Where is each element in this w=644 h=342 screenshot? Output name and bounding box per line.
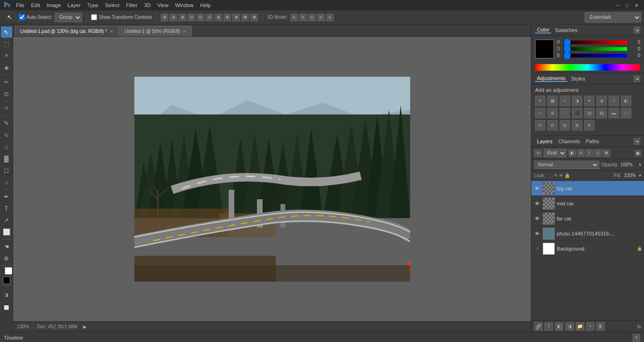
menu-view[interactable]: View — [155, 1, 172, 9]
restore-button[interactable]: □ — [623, 1, 631, 9]
levels-adj-icon[interactable]: ▦ — [547, 96, 558, 106]
clone-stamp-tool[interactable]: ∿ — [1, 129, 12, 140]
layer-item-big-car[interactable]: 👁 big car — [531, 181, 644, 196]
shape-tool[interactable]: ⬜ — [1, 226, 12, 237]
filter-smart-icon[interactable]: ⊠ — [603, 149, 610, 157]
align-right-icon[interactable]: ⊞ — [179, 14, 186, 21]
adj-panel-collapse[interactable]: ◂ — [634, 75, 640, 82]
layer-visibility-photo[interactable]: 👁 — [533, 230, 541, 237]
ruler-tool[interactable]: ⌗ — [1, 103, 12, 114]
magic-wand-tool[interactable]: ◈ — [1, 62, 12, 73]
dist-x-icon[interactable]: ⊠ — [232, 14, 240, 21]
add-adjustment-button[interactable]: ◑ — [565, 322, 574, 331]
tab-active-document[interactable]: Untitled-1.psd @ 130% (big car, RGB/8) *… — [15, 26, 119, 36]
vibrance-adj-icon[interactable]: ✦ — [584, 96, 594, 106]
color-tab[interactable]: Color — [535, 27, 551, 33]
foreground-color-swatch[interactable] — [3, 277, 10, 284]
brush-tool[interactable]: ✎ — [1, 117, 12, 129]
history-brush-tool[interactable]: ⌂ — [1, 141, 12, 152]
tab-secondary-document[interactable]: Untitled-1 @ 50% (RGB/8) ✕ — [119, 26, 192, 36]
lock-pixels-icon[interactable]: ✎ — [554, 173, 558, 178]
brightness-adj-icon[interactable]: ☀ — [535, 96, 545, 106]
3d-icon-3[interactable]: ⊙ — [308, 14, 316, 21]
menu-filter[interactable]: Filter — [123, 1, 140, 9]
align-bottom-icon[interactable]: ⊡ — [206, 14, 213, 21]
layer-item-mid-car[interactable]: 👁 mid car — [531, 196, 644, 211]
threshold-adj-icon[interactable]: ▧ — [596, 108, 607, 118]
adj-icon-extra-1[interactable]: ⊡ — [535, 120, 545, 130]
quick-mask-tool[interactable]: ◨ — [1, 289, 12, 301]
crop-tool[interactable]: ✂ — [1, 76, 12, 88]
3d-icon-2[interactable]: ⊙ — [299, 14, 307, 21]
3d-icon-4[interactable]: ⊙ — [317, 14, 325, 21]
align-top-icon[interactable]: ⊡ — [188, 14, 195, 21]
lasso-tool[interactable]: ⌖ — [1, 50, 12, 61]
dodge-tool[interactable]: ⌕ — [1, 176, 12, 187]
blue-slider[interactable] — [563, 54, 627, 57]
channels-tab[interactable]: Channels — [556, 138, 582, 144]
filter-toggle[interactable]: ◉ — [635, 150, 641, 156]
dist-y-icon[interactable]: ⊠ — [241, 14, 249, 21]
dist-z-icon[interactable]: ⊠ — [250, 14, 258, 21]
red-slider[interactable] — [563, 41, 627, 44]
adj-icon-extra-5[interactable]: ⊗ — [584, 120, 594, 130]
layer-visibility-mid-car[interactable]: 👁 — [533, 200, 541, 207]
add-group-button[interactable]: 📁 — [576, 322, 584, 331]
paths-tab[interactable]: Paths — [584, 138, 601, 144]
photo-filter-adj-icon[interactable]: ⬭ — [535, 108, 545, 118]
auto-select-dropdown[interactable]: Group — [55, 13, 82, 22]
layer-item-background[interactable]: 👁 Background 🔒 — [531, 241, 644, 256]
show-transform-checkbox[interactable] — [91, 14, 97, 20]
filter-shape-icon[interactable]: ◻ — [594, 149, 602, 157]
color-preview-swatch[interactable] — [535, 40, 554, 58]
channel-mix-adj-icon[interactable]: ⊞ — [547, 108, 558, 118]
minimize-button[interactable]: ─ — [614, 1, 621, 9]
invert-adj-icon[interactable]: ⬛ — [572, 108, 582, 118]
align-middle-icon[interactable]: ⊡ — [197, 14, 204, 21]
color-spectrum-bar[interactable] — [535, 64, 640, 71]
background-color-swatch[interactable] — [5, 267, 12, 275]
tab-secondary-close[interactable]: ✕ — [183, 29, 187, 34]
bw-adj-icon[interactable]: ◐ — [621, 96, 631, 106]
filter-adj-icon[interactable]: ⊙ — [577, 149, 585, 157]
posterize-adj-icon[interactable]: ▤ — [584, 108, 594, 118]
menu-window[interactable]: Window — [172, 1, 196, 9]
tab-active-close[interactable]: ✕ — [110, 29, 114, 34]
menu-type[interactable]: Type — [84, 1, 101, 9]
align-left-icon[interactable]: ⊞ — [161, 14, 168, 21]
eyedropper-tool[interactable]: ⊙ — [1, 88, 12, 99]
hue-sat-adj-icon[interactable]: ◈ — [596, 96, 607, 106]
doc-info-arrow[interactable]: ▶ — [83, 324, 87, 329]
green-slider[interactable] — [563, 47, 627, 51]
adj-icon-extra-2[interactable]: ⊟ — [547, 120, 558, 130]
blend-mode-dropdown[interactable]: Normal — [534, 161, 599, 169]
adj-icon-extra-3[interactable]: ⊞ — [560, 120, 570, 130]
layer-item-far-car[interactable]: 👁 far car — [531, 211, 644, 226]
menu-file[interactable]: File — [13, 1, 27, 9]
adjustments-tab[interactable]: Adjustments — [535, 75, 568, 82]
menu-image[interactable]: Image — [44, 1, 64, 9]
filter-type-icon[interactable]: T — [586, 149, 593, 157]
fill-expand-icon[interactable]: ▾ — [639, 173, 641, 178]
layer-visibility-background[interactable]: 👁 — [533, 245, 541, 252]
screen-mode-tool[interactable]: ⬜ — [1, 302, 12, 313]
hand-tool[interactable]: ☚ — [1, 241, 12, 252]
delete-layer-button[interactable]: 🗑 — [596, 322, 605, 331]
menu-select[interactable]: Select — [102, 1, 123, 9]
layers-tab[interactable]: Layers — [535, 138, 554, 144]
rectangular-selection-tool[interactable]: ⬚ — [1, 38, 12, 49]
zoom-tool[interactable]: ⊕ — [1, 252, 12, 264]
adj-icon-extra-4[interactable]: ⊠ — [572, 120, 582, 130]
3d-icon-1[interactable]: ⊙ — [290, 14, 298, 21]
menu-help[interactable]: Help — [198, 1, 214, 9]
swatches-tab[interactable]: Swatches — [553, 27, 579, 33]
3d-icon-5[interactable]: ⊙ — [326, 14, 334, 21]
layer-visibility-big-car[interactable]: 👁 — [533, 185, 541, 192]
move-tool[interactable]: ↖ — [1, 26, 12, 38]
color-balance-adj-icon[interactable]: ⬡ — [609, 96, 619, 106]
eraser-tool[interactable]: ▓ — [1, 153, 12, 164]
pen-tool[interactable]: ✒ — [1, 191, 12, 202]
auto-select-checkbox[interactable] — [19, 14, 25, 20]
timeline-menu-button[interactable]: ≡ — [633, 334, 640, 342]
opacity-expand-icon[interactable]: ▾ — [639, 162, 641, 167]
